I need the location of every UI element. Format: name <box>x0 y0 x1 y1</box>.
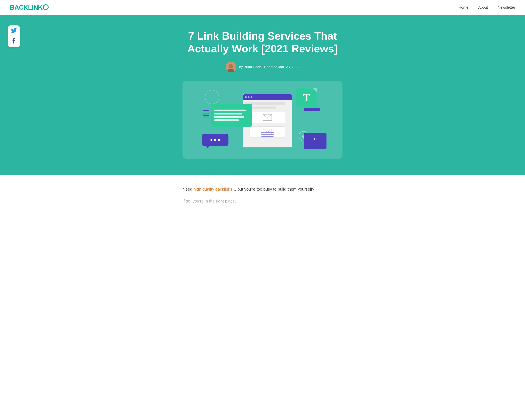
nav-about[interactable]: About <box>478 5 488 10</box>
circle-outline-decoration <box>205 90 219 104</box>
quote-block-icon: " <box>304 133 327 149</box>
nav-home[interactable]: Home <box>459 5 469 10</box>
intro-text-after: … but you're too busy to build them your… <box>232 187 314 191</box>
t-letter-block: T <box>296 88 317 107</box>
site-logo[interactable]: BACKLINK <box>10 4 49 11</box>
text-line-4 <box>214 119 239 121</box>
bullet-line-3 <box>203 115 209 116</box>
article-title: 7 Link Building Services That Actually W… <box>180 29 345 55</box>
hero-illustration: T " <box>183 81 342 159</box>
wave-line-3 <box>261 136 273 137</box>
author-byline: by Brian Dean · Updated Jan. 23, 2020 <box>239 65 300 69</box>
content-area: Need high quality backlinks… but you're … <box>174 175 351 215</box>
bullet-line-1 <box>203 110 209 111</box>
browser-dot-2 <box>248 96 250 98</box>
t-block-fold <box>313 88 317 93</box>
browser-dot-3 <box>251 96 253 98</box>
author-avatar <box>225 62 236 72</box>
text-line-3 <box>214 116 244 118</box>
intro-link[interactable]: high quality backlinks <box>193 187 232 191</box>
chat-dot-2 <box>214 139 216 141</box>
t-bar-decoration <box>304 108 320 111</box>
facebook-share-button[interactable] <box>12 38 16 45</box>
bullet-lines <box>203 110 209 118</box>
wave-line-1 <box>261 132 273 133</box>
hero-section: 7 Link Building Services That Actually W… <box>0 15 525 175</box>
wave-line-2 <box>261 134 273 135</box>
site-header: BACKLINK Home About Newsletter <box>0 0 525 15</box>
green-text-block <box>211 104 252 127</box>
text-line-2 <box>214 113 242 115</box>
chat-dot-3 <box>218 139 220 141</box>
wave-lines <box>261 132 273 137</box>
svg-point-1 <box>229 64 233 68</box>
logo-text: BACKLINK <box>10 4 42 11</box>
browser-bar <box>243 94 292 100</box>
bullet-line-4 <box>203 118 209 118</box>
illustration-container: T " <box>183 81 342 159</box>
chat-dot-1 <box>210 139 213 141</box>
browser-dot-1 <box>245 96 247 98</box>
bullet-line-2 <box>203 113 209 114</box>
intro-secondary: If so, you're in the right place. <box>183 198 342 205</box>
social-share-sidebar <box>8 25 20 48</box>
main-nav: Home About Newsletter <box>459 5 515 10</box>
chat-bubble-icon <box>202 134 228 146</box>
text-line-1 <box>214 110 246 111</box>
nav-newsletter[interactable]: Newsletter <box>498 5 515 10</box>
quote-marks-icon: " <box>313 136 317 145</box>
t-letter-icon: T <box>303 92 310 104</box>
intro-paragraph: Need high quality backlinks… but you're … <box>183 186 342 193</box>
intro-text-before: Need <box>183 187 193 191</box>
logo-o-circle <box>43 4 49 10</box>
author-row: by Brian Dean · Updated Jan. 23, 2020 <box>225 62 300 72</box>
email-mockup-1 <box>250 112 285 123</box>
twitter-share-button[interactable] <box>11 28 17 34</box>
